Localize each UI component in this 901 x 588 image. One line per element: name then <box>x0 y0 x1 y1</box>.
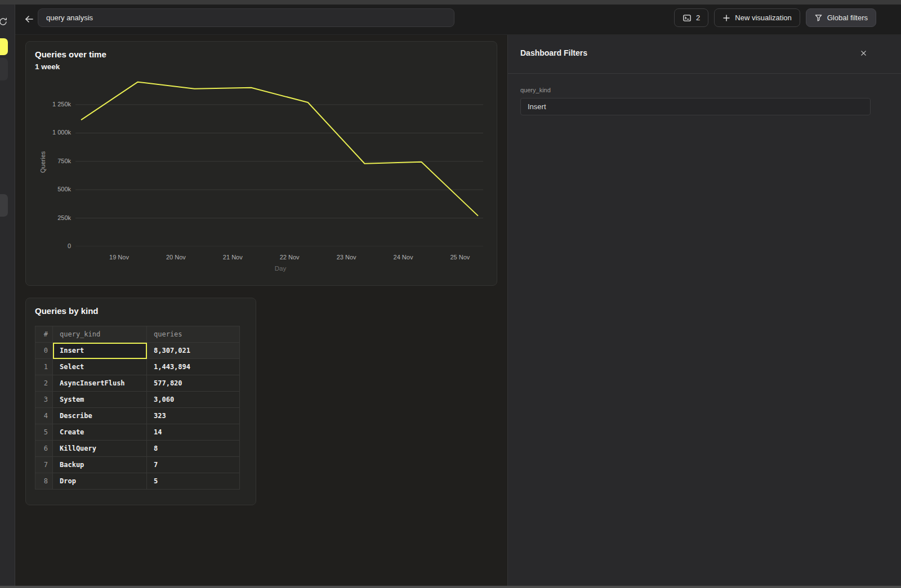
topbar-actions: 2 New visualization Global filters <box>674 8 876 27</box>
queries-count-cell[interactable]: 8 <box>147 441 240 457</box>
row-index-cell[interactable]: 4 <box>35 408 53 424</box>
filter-field-label: query_kind <box>520 87 551 93</box>
global-filters-button[interactable]: Global filters <box>806 8 876 27</box>
dashboard-title-input[interactable] <box>38 8 454 27</box>
panel-divider <box>508 73 901 74</box>
query-kind-cell[interactable]: Insert <box>53 343 147 359</box>
queries-count-cell[interactable]: 577,820 <box>147 375 240 392</box>
global-filters-label: Global filters <box>827 14 868 22</box>
queries-count-cell[interactable]: 3,060 <box>147 392 240 408</box>
x-tick-label: 19 Nov <box>94 254 145 261</box>
query-kind-cell[interactable]: Create <box>53 424 147 441</box>
y-tick-label: 0 <box>26 243 71 249</box>
queries-count-cell[interactable]: 8,307,021 <box>147 343 240 359</box>
query-kind-cell[interactable]: Select <box>53 359 147 375</box>
x-axis-title: Day <box>258 265 303 272</box>
table-row: 2AsyncInsertFlush577,820 <box>35 375 240 392</box>
query-kind-cell[interactable]: Describe <box>53 408 147 424</box>
row-index-cell[interactable]: 3 <box>35 392 53 408</box>
left-rail <box>0 5 15 586</box>
chart-subtitle: 1 week <box>35 62 60 71</box>
x-tick-label: 23 Nov <box>321 254 372 261</box>
table-header-cell[interactable]: queries <box>147 326 240 343</box>
queries-count-cell[interactable]: 323 <box>147 408 240 424</box>
table-row: 5Create14 <box>35 424 240 441</box>
window-bottom-strip <box>0 586 901 588</box>
back-button[interactable] <box>21 12 38 28</box>
table-row: 4Describe323 <box>35 408 240 424</box>
query-kind-cell[interactable]: KillQuery <box>53 441 147 457</box>
y-tick-label: 750k <box>26 158 71 164</box>
sidebar-item[interactable] <box>0 58 8 80</box>
console-icon <box>683 14 692 23</box>
close-panel-button[interactable] <box>858 48 868 58</box>
y-tick-label: 500k <box>26 186 71 192</box>
sidebar-item[interactable] <box>0 194 8 217</box>
y-tick-label: 1 000k <box>26 129 71 136</box>
plus-icon <box>722 14 730 22</box>
y-tick-label: 1 250k <box>26 101 71 107</box>
chart-title: Queries over time <box>35 50 106 59</box>
table-row: 8Drop5 <box>35 473 240 490</box>
query-kind-cell[interactable]: System <box>53 392 147 408</box>
window-top-strip <box>0 0 901 5</box>
query-kind-cell[interactable]: Backup <box>53 457 147 473</box>
table-header: #query_kindqueries <box>35 326 240 343</box>
row-index-cell[interactable]: 7 <box>35 457 53 473</box>
queries-count-cell[interactable]: 1,443,894 <box>147 359 240 375</box>
x-tick-label: 20 Nov <box>150 254 201 261</box>
query-kind-filter-input[interactable] <box>520 98 871 115</box>
query-kind-cell[interactable]: Drop <box>53 473 147 490</box>
queries-count-cell[interactable]: 5 <box>147 473 240 490</box>
chart-card-queries-over-time: Queries over time 1 week Queries 0250k50… <box>25 41 497 286</box>
row-index-cell[interactable]: 1 <box>35 359 53 375</box>
sidebar-item-active[interactable] <box>0 38 8 55</box>
row-index-cell[interactable]: 0 <box>35 343 53 359</box>
table-header-cell[interactable]: query_kind <box>53 326 147 343</box>
row-index-cell[interactable]: 6 <box>35 441 53 457</box>
y-tick-label: 250k <box>26 214 71 221</box>
row-index-cell[interactable]: 2 <box>35 375 53 392</box>
row-index-cell[interactable]: 8 <box>35 473 53 490</box>
new-visualization-button[interactable]: New visualization <box>714 8 800 27</box>
console-count-button[interactable]: 2 <box>674 8 708 27</box>
panel-title: Dashboard Filters <box>520 48 587 57</box>
new-visualization-label: New visualization <box>735 14 791 22</box>
table-header-cell[interactable]: # <box>35 326 53 343</box>
table-row: 0Insert8,307,021 <box>35 343 240 359</box>
table-card-queries-by-kind: Queries by kind #query_kindqueries 0Inse… <box>25 298 256 505</box>
query-kind-cell[interactable]: AsyncInsertFlush <box>53 375 147 392</box>
table-title: Queries by kind <box>35 306 99 316</box>
refresh-icon[interactable] <box>0 15 10 28</box>
table-row: 7Backup7 <box>35 457 240 473</box>
table-row: 1Select1,443,894 <box>35 359 240 375</box>
funnel-icon <box>814 14 823 22</box>
x-tick-label: 22 Nov <box>264 254 315 261</box>
row-index-cell[interactable]: 5 <box>35 424 53 441</box>
table-row: 6KillQuery8 <box>35 441 240 457</box>
queries-by-kind-table: #query_kindqueries 0Insert8,307,0211Sele… <box>35 326 240 490</box>
queries-series-line <box>81 82 478 216</box>
table-row: 3System3,060 <box>35 392 240 408</box>
queries-count-cell[interactable]: 7 <box>147 457 240 473</box>
queries-count-cell[interactable]: 14 <box>147 424 240 441</box>
console-count-label: 2 <box>696 14 700 22</box>
x-tick-label: 21 Nov <box>207 254 258 261</box>
close-icon <box>860 50 867 56</box>
dashboard-canvas: Queries over time 1 week Queries 0250k50… <box>15 35 507 586</box>
arrow-left-icon <box>24 15 34 25</box>
queries-line-chart <box>75 79 483 246</box>
x-tick-label: 25 Nov <box>435 254 485 261</box>
x-tick-label: 24 Nov <box>378 254 429 261</box>
topbar: 2 New visualization Global filters <box>15 5 901 35</box>
dashboard-filters-panel: Dashboard Filters query_kind <box>507 35 901 586</box>
